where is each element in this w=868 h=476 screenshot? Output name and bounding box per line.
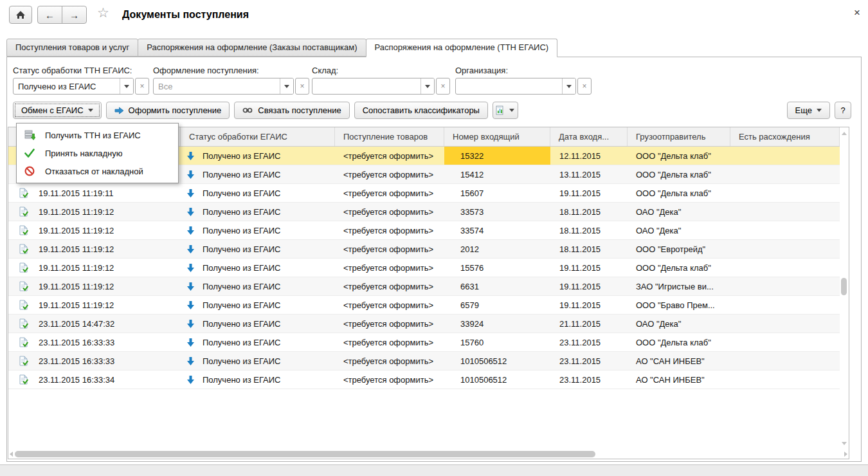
registration-field[interactable]: Все [153, 78, 294, 95]
cell-receipt[interactable]: <требуется оформить> [335, 352, 444, 370]
register-receipt-button[interactable]: Оформить поступление [106, 102, 230, 119]
table-row[interactable]: 19.11.2015 11:19:12Получено из ЕГАИС<тре… [8, 277, 840, 296]
cell-received[interactable]: 23.11.2015 16:33:33 [8, 352, 181, 370]
table-row[interactable]: 19.11.2015 11:19:12Получено из ЕГАИС<тре… [8, 221, 840, 240]
cell-status[interactable]: Получено из ЕГАИС [181, 221, 335, 239]
cell-receipt[interactable]: <требуется оформить> [335, 240, 444, 258]
cell-status[interactable]: Получено из ЕГАИС [181, 165, 335, 183]
cell-shipper[interactable]: ООО "Браво Прем... [628, 296, 730, 314]
tab-supplier-orders[interactable]: Распоряжения на оформление (Заказы поста… [138, 39, 366, 57]
cell-received[interactable]: 19.11.2015 11:19:12 [8, 221, 181, 239]
table-row[interactable]: 19.11.2015 11:19:12Получено из ЕГАИС<тре… [8, 203, 840, 221]
tab-ttn-egais[interactable]: Распоряжения на оформление (ТТН ЕГАИС) [366, 39, 558, 57]
registration-placeholder[interactable]: Все [154, 78, 280, 94]
cell-number[interactable]: 1010506512 [444, 371, 550, 389]
cell-received[interactable]: 19.11.2015 11:19:12 [8, 277, 181, 295]
cell-received[interactable]: 19.11.2015 11:19:12 [8, 203, 181, 221]
cell-receipt[interactable]: <требуется оформить> [335, 203, 444, 221]
home-button[interactable] [9, 6, 32, 24]
cell-status[interactable]: Получено из ЕГАИС [181, 147, 335, 165]
cell-status[interactable]: Получено из ЕГАИС [181, 352, 335, 370]
cell-shipper[interactable]: ООО "Дельта клаб" [628, 165, 730, 183]
warehouse-dropdown-button[interactable] [420, 78, 434, 94]
cell-date-in[interactable]: 23.11.2015 [550, 333, 628, 351]
report-button[interactable] [493, 102, 518, 119]
cell-received[interactable]: 23.11.2015 16:33:34 [8, 371, 181, 389]
cell-receipt[interactable]: <требуется оформить> [335, 371, 444, 389]
cell-date-in[interactable]: 23.11.2015 [550, 352, 628, 370]
cell-discrepancy[interactable] [730, 352, 840, 370]
cell-discrepancy[interactable] [730, 371, 840, 389]
table-row[interactable]: 23.11.2015 16:33:34Получено из ЕГАИС<тре… [8, 371, 840, 389]
exchange-egais-button[interactable]: Обмен с ЕГАИС [13, 102, 102, 119]
cell-status[interactable]: Получено из ЕГАИС [181, 296, 335, 314]
cell-number[interactable]: 15607 [444, 184, 550, 202]
cell-receipt[interactable]: <требуется оформить> [335, 277, 444, 295]
forward-button[interactable]: → [62, 6, 87, 24]
warehouse-value[interactable] [312, 78, 420, 94]
vertical-scrollbar-thumb[interactable] [841, 278, 847, 295]
cell-shipper[interactable]: ЗАО "Игристые ви... [628, 277, 730, 295]
column-header-status[interactable]: Статус обработки ЕГАИС [181, 127, 335, 146]
warehouse-field[interactable] [312, 78, 435, 95]
organization-field[interactable] [455, 78, 576, 95]
cell-date-in[interactable]: 23.11.2015 [550, 371, 628, 389]
cell-shipper[interactable]: ОАО "Дека" [628, 315, 730, 333]
cell-date-in[interactable]: 13.11.2015 [550, 165, 628, 183]
favorite-star-icon[interactable]: ☆ [97, 5, 109, 21]
cell-number[interactable]: 6631 [444, 277, 550, 295]
column-header-receipt[interactable]: Поступление товаров [335, 127, 444, 146]
cell-receipt[interactable]: <требуется оформить> [335, 165, 444, 183]
cell-number[interactable]: 15412 [444, 165, 550, 183]
registration-dropdown-button[interactable] [280, 78, 293, 94]
cell-number[interactable]: 15322 [444, 147, 550, 165]
cell-status[interactable]: Получено из ЕГАИС [181, 277, 335, 295]
more-button[interactable]: Еще [787, 102, 830, 119]
column-header-date-in[interactable]: Дата входя... [550, 127, 628, 146]
vertical-scrollbar[interactable] [840, 127, 849, 450]
cell-discrepancy[interactable] [730, 315, 840, 333]
cell-discrepancy[interactable] [730, 296, 840, 314]
cell-discrepancy[interactable] [730, 165, 840, 183]
cell-number[interactable]: 1010506512 [444, 352, 550, 370]
scroll-right-icon[interactable] [844, 452, 847, 457]
status-field[interactable]: Получено из ЕГАИС [13, 78, 134, 95]
cell-status[interactable]: Получено из ЕГАИС [181, 184, 335, 202]
menu-item-accept-invoice[interactable]: Принять накладную [17, 144, 178, 162]
scroll-up-icon[interactable] [842, 132, 847, 135]
cell-receipt[interactable]: <требуется оформить> [335, 296, 444, 314]
warehouse-clear-button[interactable]: × [436, 78, 450, 95]
cell-status[interactable]: Получено из ЕГАИС [181, 333, 335, 351]
cell-receipt[interactable]: <требуется оформить> [335, 221, 444, 239]
cell-receipt[interactable]: <требуется оформить> [335, 147, 444, 165]
column-header-shipper[interactable]: Грузоотправитель [628, 127, 730, 146]
cell-received[interactable]: 19.11.2015 11:19:12 [8, 296, 181, 314]
organization-dropdown-button[interactable] [562, 78, 575, 94]
cell-number[interactable]: 33574 [444, 221, 550, 239]
table-row[interactable]: 23.11.2015 14:47:32Получено из ЕГАИС<тре… [8, 315, 840, 333]
table-row[interactable]: 19.11.2015 11:19:12Получено из ЕГАИС<тре… [8, 296, 840, 315]
cell-status[interactable]: Получено из ЕГАИС [181, 371, 335, 389]
cell-received[interactable]: 23.11.2015 14:47:32 [8, 315, 181, 333]
cell-discrepancy[interactable] [730, 333, 840, 351]
cell-number[interactable]: 15760 [444, 333, 550, 351]
cell-date-in[interactable]: 12.11.2015 [550, 147, 628, 165]
column-header-number[interactable]: Номер входящий [444, 127, 550, 146]
cell-shipper[interactable]: ООО "Дельта клаб" [628, 333, 730, 351]
scroll-down-icon[interactable] [842, 442, 847, 445]
cell-date-in[interactable]: 19.11.2015 [550, 259, 628, 277]
cell-receipt[interactable]: <требуется оформить> [335, 259, 444, 277]
cell-date-in[interactable]: 18.11.2015 [550, 203, 628, 221]
cell-shipper[interactable]: ОАО "Дека" [628, 221, 730, 239]
cell-receipt[interactable]: <требуется оформить> [335, 184, 444, 202]
column-header-discrepancy[interactable]: Есть расхождения [730, 127, 840, 146]
cell-date-in[interactable]: 21.11.2015 [550, 315, 628, 333]
match-classifiers-button[interactable]: Сопоставить классификаторы [354, 102, 488, 119]
table-row[interactable]: 19.11.2015 11:19:11Получено из ЕГАИС<тре… [8, 184, 840, 203]
help-button[interactable]: ? [835, 102, 851, 119]
cell-date-in[interactable]: 18.11.2015 [550, 221, 628, 239]
menu-item-reject-invoice[interactable]: Отказаться от накладной [17, 162, 178, 180]
back-button[interactable]: ← [37, 6, 62, 24]
organization-clear-button[interactable]: × [577, 78, 592, 95]
table-row[interactable]: 19.11.2015 11:19:12Получено из ЕГАИС<тре… [8, 259, 840, 277]
